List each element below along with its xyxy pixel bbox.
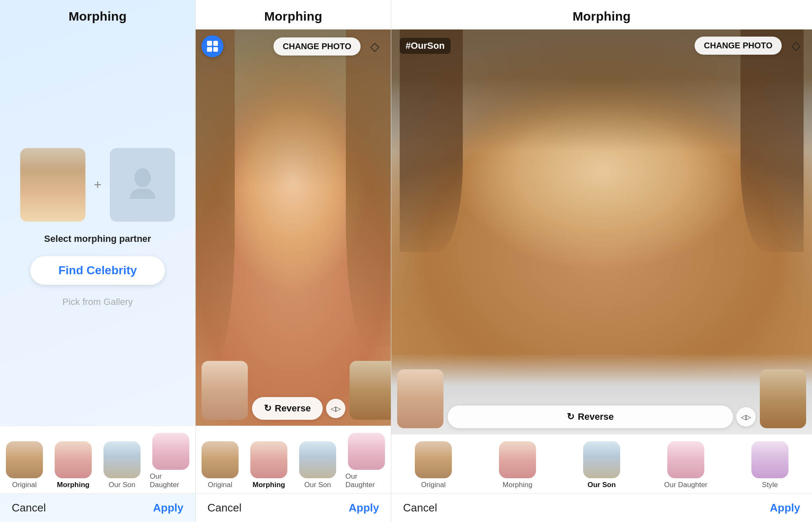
silhouette-icon — [124, 166, 162, 204]
panel1-apply-button[interactable]: Apply — [153, 501, 183, 514]
panel2-photo-thumbs: ↻ Reverse ◁▷ — [202, 361, 385, 420]
tab-thumb-ourdaughter-p2 — [348, 433, 385, 470]
photo-thumb-right-p3[interactable] — [760, 369, 806, 428]
tab-morphing-p3[interactable]: Morphing — [475, 439, 560, 493]
panel3-title: Morphing — [391, 0, 812, 29]
tab-morphing-p2[interactable]: Morphing — [244, 439, 293, 493]
tab-thumb-morphing-p3 — [499, 441, 536, 478]
panel-ourson: Morphing #OurSon CHANGE PHOTO ◇ — [391, 0, 812, 522]
panel2-apply-button[interactable]: Apply — [349, 501, 379, 514]
panel2-bar-right: CHANGE PHOTO ◇ — [273, 36, 385, 56]
tab-label-ourdaughter: Our Daughter — [150, 472, 192, 489]
panel2-tabs-bar: Original Morphing Our Son Our Daughter — [196, 426, 391, 493]
tab-label-style-p3: Style — [762, 481, 778, 489]
panel3-bar-right: CHANGE PHOTO ◇ — [695, 35, 806, 56]
tab-label-morphing-p3: Morphing — [503, 481, 533, 489]
expand-icon-p3: ◁▷ — [741, 413, 751, 421]
tab-thumb-original-p2 — [202, 441, 239, 478]
photo-thumb-left-p3[interactable] — [397, 369, 443, 428]
reverse-button-p2[interactable]: ↻ Reverse — [252, 397, 323, 420]
panel2-action-bar: Cancel Apply — [196, 493, 391, 522]
panel1-cancel-button[interactable]: Cancel — [12, 501, 46, 514]
tab-label-original-p3: Original — [421, 481, 446, 489]
tab-ourson-p3[interactable]: Our Son — [560, 439, 644, 493]
grid-view-button[interactable] — [202, 35, 223, 57]
tab-label-ourson: Our Son — [109, 481, 135, 489]
svg-point-0 — [134, 168, 151, 187]
panel-setup: Morphing + Select morphing partner Find … — [0, 0, 196, 522]
panel2-main-photo: CHANGE PHOTO ◇ ↻ Reverse ◁▷ — [196, 29, 391, 426]
reverse-icon: ↻ — [264, 403, 271, 414]
eraser-icon-p3: ◇ — [791, 39, 801, 53]
tab-label-ourson-p3: Our Son — [587, 481, 616, 489]
tab-ourson-p2[interactable]: Our Son — [293, 439, 342, 493]
photo-thumb-left[interactable] — [202, 361, 248, 420]
tab-thumb-morphing-p2 — [250, 441, 287, 478]
tab-original-p2[interactable]: Original — [196, 439, 244, 493]
panel3-main-photo: #OurSon CHANGE PHOTO ◇ ↻ Reverse ◁▷ — [391, 29, 812, 434]
tab-original-p1[interactable]: Original — [0, 439, 49, 493]
find-celebrity-button[interactable]: Find Celebrity — [30, 256, 165, 285]
tab-original-p3[interactable]: Original — [391, 439, 475, 493]
tab-ourdaughter-p3[interactable]: Our Daughter — [644, 439, 728, 493]
panel2-cancel-button[interactable]: Cancel — [207, 501, 241, 514]
tab-thumb-ourdaughter — [152, 433, 189, 470]
change-photo-button-p2[interactable]: CHANGE PHOTO — [273, 37, 361, 56]
select-morphing-label: Select morphing partner — [44, 233, 151, 244]
eraser-button-p2[interactable]: ◇ — [365, 36, 385, 56]
tab-thumb-ourson-p2 — [299, 441, 336, 478]
tab-ourdaughter-p2[interactable]: Our Daughter — [342, 430, 391, 493]
face-pair: + — [20, 148, 175, 222]
plus-separator: + — [94, 177, 102, 193]
eraser-button-p3[interactable]: ◇ — [786, 35, 806, 56]
panel3-cancel-button[interactable]: Cancel — [403, 501, 437, 514]
panel3-top-bar: CHANGE PHOTO ◇ — [397, 35, 806, 56]
tab-label-morphing: Morphing — [57, 481, 89, 489]
reverse-button-p3[interactable]: ↻ Reverse — [448, 405, 733, 428]
tab-label-ourdaughter-p3: Our Daughter — [664, 481, 708, 489]
tab-thumb-morphing — [55, 441, 92, 478]
photo-thumb-right[interactable] — [350, 361, 391, 420]
source-face[interactable] — [20, 148, 85, 222]
panel1-tabs-bar: Original Morphing Our Son Our Daughter — [0, 426, 195, 493]
reverse-icon-p3: ↻ — [567, 411, 574, 422]
panel1-title: Morphing — [0, 0, 195, 29]
tab-style-p3[interactable]: Style — [728, 439, 812, 493]
expand-icon: ◁▷ — [331, 405, 341, 413]
panel2-top-bar: CHANGE PHOTO ◇ — [202, 35, 385, 57]
tab-label-ourdaughter-p2: Our Daughter — [345, 472, 387, 489]
panel1-action-bar: Cancel Apply — [0, 493, 195, 522]
reverse-label-p3: Reverse — [578, 411, 614, 422]
panel3-action-bar: Cancel Apply — [391, 493, 812, 522]
expand-button-p3[interactable]: ◁▷ — [736, 407, 756, 427]
change-photo-button-p3[interactable]: CHANGE PHOTO — [695, 37, 782, 55]
pick-gallery-button[interactable]: Pick from Gallery — [62, 297, 133, 307]
panel-morphing: Morphing CHANGE PHOTO ◇ — [196, 0, 391, 522]
tab-thumb-style-p3 — [751, 441, 788, 478]
tab-thumb-ourdaughter-p3 — [667, 441, 704, 478]
panel1-main: + Select morphing partner Find Celebrity… — [0, 29, 195, 426]
panel3-apply-button[interactable]: Apply — [770, 501, 800, 514]
tab-label-morphing-p2: Morphing — [252, 481, 285, 489]
grid-icon — [207, 41, 218, 52]
tab-thumb-ourson-p3 — [583, 441, 620, 478]
panel3-tabs-bar: Original Morphing Our Son Our Daughter S… — [391, 434, 812, 493]
partner-face-placeholder[interactable] — [110, 148, 175, 222]
tab-label-ourson-p2: Our Son — [304, 481, 331, 489]
tab-label-original: Original — [12, 481, 37, 489]
panel2-title: Morphing — [196, 0, 391, 29]
tab-ourdaughter-p1[interactable]: Our Daughter — [146, 430, 195, 493]
eraser-icon: ◇ — [370, 40, 379, 53]
tab-label-original-p2: Original — [208, 481, 233, 489]
tab-thumb-original — [6, 441, 43, 478]
tab-morphing-p1[interactable]: Morphing — [49, 439, 98, 493]
tab-ourson-p1[interactable]: Our Son — [98, 439, 146, 493]
reverse-label: Reverse — [275, 403, 311, 414]
expand-button-p2[interactable]: ◁▷ — [326, 399, 345, 418]
tab-thumb-ourson — [103, 441, 141, 478]
tab-thumb-original-p3 — [415, 441, 452, 478]
panel3-photo-thumbs: ↻ Reverse ◁▷ — [397, 369, 806, 428]
